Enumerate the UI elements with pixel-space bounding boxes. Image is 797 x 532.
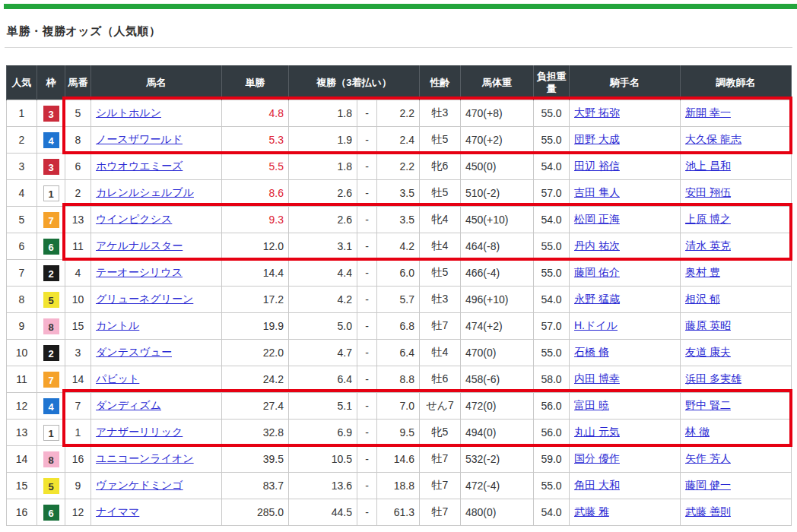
jockey-link[interactable]: 吉田 隼人 xyxy=(574,186,620,198)
title-divider xyxy=(5,47,792,48)
place-odds-high-cell: 2.2 xyxy=(377,154,420,180)
horse-number-cell: 2 xyxy=(65,180,91,207)
trainer-link[interactable]: 相沢 郁 xyxy=(685,293,720,305)
place-odds-low-cell: 1.8 xyxy=(289,100,357,127)
horse-weight-cell: 496(+10) xyxy=(461,287,534,313)
jockey-link[interactable]: 田辺 裕信 xyxy=(574,160,620,172)
jockey-link[interactable]: 富田 暁 xyxy=(574,399,609,411)
table-row: 10 2 3 ダンテスヴュー 22.0 4.7 - 6.4 牡4 470(0) … xyxy=(7,340,792,366)
trainer-link[interactable]: 武藤 善則 xyxy=(685,505,731,518)
trainer-cell: 藤原 英昭 xyxy=(681,313,792,340)
jockey-link[interactable]: 永野 猛蔵 xyxy=(574,293,620,305)
jockey-link[interactable]: 角田 大和 xyxy=(574,479,620,491)
carry-weight-cell: 56.0 xyxy=(534,420,570,446)
win-odds-cell: 17.2 xyxy=(222,287,289,313)
place-odds-low-cell: 44.5 xyxy=(289,499,357,526)
horse-name-link[interactable]: パビット xyxy=(96,372,139,385)
horse-name-link[interactable]: アケルナルスター xyxy=(96,239,183,252)
horse-name-link[interactable]: ウインピクシス xyxy=(96,213,172,225)
horse-name-link[interactable]: ダンディズム xyxy=(96,399,161,411)
horse-name-link[interactable]: ダンテスヴュー xyxy=(96,346,172,358)
place-odds-separator: - xyxy=(357,127,377,154)
horse-name-link[interactable]: アナザーリリック xyxy=(96,426,183,438)
place-odds-separator: - xyxy=(357,446,377,473)
place-odds-high-cell: 4.2 xyxy=(377,233,420,260)
jockey-cell: 丸山 元気 xyxy=(570,420,681,446)
place-odds-low-cell: 13.6 xyxy=(289,473,357,499)
trainer-link[interactable]: 安田 翔伍 xyxy=(685,186,731,198)
horse-name-cell: ユニコーンライオン xyxy=(91,446,222,473)
rank-cell: 5 xyxy=(7,207,37,233)
table-row: 16 6 12 ナイママ 285.0 44.5 - 61.3 牡7 480(0)… xyxy=(7,499,792,526)
horse-number-cell: 16 xyxy=(65,446,91,473)
jockey-link[interactable]: 国分 優作 xyxy=(574,452,620,464)
horse-name-cell: アケルナルスター xyxy=(91,233,222,260)
horse-name-link[interactable]: テーオーシリウス xyxy=(96,266,183,278)
place-odds-low-cell: 1.8 xyxy=(289,154,357,180)
place-odds-high-cell: 61.3 xyxy=(377,499,420,526)
horse-name-link[interactable]: ユニコーンライオン xyxy=(96,452,194,464)
trainer-cell: 安田 翔伍 xyxy=(681,180,792,207)
horse-name-link[interactable]: ヴァンケドミンゴ xyxy=(96,479,183,491)
place-odds-high-cell: 14.6 xyxy=(377,446,420,473)
jockey-link[interactable]: 大野 拓弥 xyxy=(574,106,620,119)
horse-name-link[interactable]: グリューネグリーン xyxy=(96,293,193,305)
place-odds-low-cell: 4.7 xyxy=(289,340,357,366)
jockey-link[interactable]: 武藤 雅 xyxy=(574,505,609,518)
horse-name-cell: ダンディズム xyxy=(91,393,222,420)
trainer-link[interactable]: 野中 賢二 xyxy=(685,399,731,411)
trainer-link[interactable]: 新開 幸一 xyxy=(685,106,731,119)
trainer-link[interactable]: 奥村 豊 xyxy=(685,266,720,278)
horse-name-link[interactable]: シルトホルン xyxy=(96,106,161,119)
horse-name-link[interactable]: カントル xyxy=(96,319,139,331)
place-odds-high-cell: 2.4 xyxy=(377,127,420,154)
horse-name-cell: パビット xyxy=(91,366,222,393)
jockey-link[interactable]: 丹内 祐次 xyxy=(574,239,620,252)
horse-number-cell: 7 xyxy=(65,393,91,420)
horse-number-cell: 13 xyxy=(65,207,91,233)
jockey-link[interactable]: 内田 博幸 xyxy=(574,372,620,385)
horse-name-cell: テーオーシリウス xyxy=(91,260,222,287)
frame-badge: 6 xyxy=(43,505,59,521)
rank-cell: 14 xyxy=(7,446,37,473)
trainer-cell: 藤岡 健一 xyxy=(681,473,792,499)
header-jockey: 騎手名 xyxy=(570,66,681,100)
carry-weight-cell: 55.0 xyxy=(534,127,570,154)
trainer-link[interactable]: 上原 博之 xyxy=(685,213,731,225)
jockey-link[interactable]: 丸山 元気 xyxy=(574,426,620,438)
win-odds-cell: 32.8 xyxy=(222,420,289,446)
win-odds-cell: 83.7 xyxy=(222,473,289,499)
trainer-link[interactable]: 藤原 英昭 xyxy=(685,319,731,331)
horse-weight-cell: 474(+2) xyxy=(461,313,534,340)
jockey-link[interactable]: 松岡 正海 xyxy=(574,213,620,225)
frame-cell: 2 xyxy=(37,340,65,366)
trainer-link[interactable]: 清水 英克 xyxy=(685,239,731,252)
frame-cell: 6 xyxy=(37,233,65,260)
trainer-link[interactable]: 池上 昌和 xyxy=(685,160,731,172)
trainer-link[interactable]: 友道 康夫 xyxy=(685,346,731,358)
horse-weight-cell: 450(0) xyxy=(461,154,534,180)
trainer-cell: 清水 英克 xyxy=(681,233,792,260)
trainer-link[interactable]: 矢作 芳人 xyxy=(685,452,731,464)
win-odds-cell: 5.3 xyxy=(222,127,289,154)
jockey-link[interactable]: H.ドイル xyxy=(574,319,618,331)
horse-number-cell: 5 xyxy=(65,100,91,127)
horse-name-link[interactable]: ノースザワールド xyxy=(96,133,183,145)
jockey-cell: 永野 猛蔵 xyxy=(570,287,681,313)
trainer-link[interactable]: 浜田 多実雄 xyxy=(685,372,741,385)
jockey-link[interactable]: 藤岡 佑介 xyxy=(574,266,620,278)
place-odds-high-cell: 6.0 xyxy=(377,260,420,287)
horse-name-link[interactable]: ホウオウエミーズ xyxy=(96,160,183,172)
place-odds-high-cell: 3.5 xyxy=(377,180,420,207)
trainer-link[interactable]: 林 徹 xyxy=(685,426,710,438)
horse-name-link[interactable]: ナイママ xyxy=(96,505,139,518)
horse-name-link[interactable]: カレンルシェルブル xyxy=(96,186,194,198)
trainer-link[interactable]: 大久保 龍志 xyxy=(685,133,741,145)
trainer-link[interactable]: 藤岡 健一 xyxy=(685,479,731,491)
horse-number-cell: 15 xyxy=(65,313,91,340)
jockey-cell: 富田 暁 xyxy=(570,393,681,420)
carry-weight-cell: 55.0 xyxy=(534,260,570,287)
jockey-link[interactable]: 団野 大成 xyxy=(574,133,620,145)
jockey-link[interactable]: 石橋 脩 xyxy=(574,346,609,358)
carry-weight-cell: 59.0 xyxy=(534,446,570,473)
